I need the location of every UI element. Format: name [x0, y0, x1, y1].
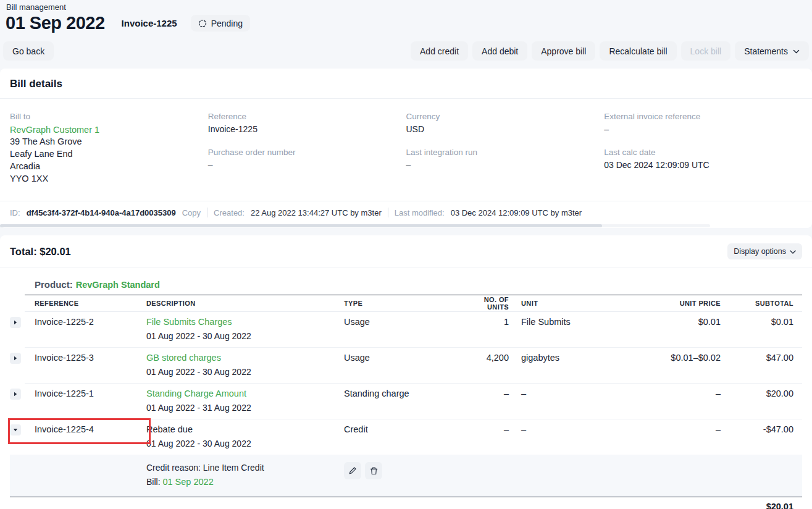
line-item-subtotal: $0.01	[721, 317, 802, 341]
copy-id-button[interactable]: Copy	[182, 208, 201, 217]
credit-actions	[344, 462, 382, 479]
external-ref-field: External invoice reference –	[604, 112, 802, 134]
table-row: Invoice-1225-1 Standing Charge Amount 01…	[25, 384, 802, 419]
status-badge: Pending	[191, 15, 250, 32]
display-options-button[interactable]: Display options	[727, 243, 802, 259]
bill-to-field: Bill to RevGraph Customer 1 39 The Ash G…	[10, 112, 208, 185]
chevron-down-icon	[793, 49, 800, 54]
last-calc-date-value: 03 Dec 2024 12:09:09 UTC	[604, 160, 802, 170]
table-row: Invoice-1225-3 GB stored charges 01 Aug …	[25, 348, 802, 384]
add-credit-button[interactable]: Add credit	[411, 41, 468, 61]
product-label: Product:	[35, 279, 73, 290]
bill-details-card: Bill details Bill to RevGraph Customer 1…	[0, 69, 812, 228]
line-item-reference: Invoice-1225-3	[25, 353, 146, 377]
customer-link[interactable]: RevGraph Customer 1	[10, 125, 99, 135]
currency-value: USD	[406, 124, 605, 134]
credit-reason-value: Line Item Credit	[203, 463, 264, 473]
bill-label: Bill:	[146, 477, 161, 487]
statements-button[interactable]: Statements	[735, 41, 809, 61]
line-item-description-link[interactable]: Standing Charge Amount	[146, 389, 344, 398]
delete-credit-button[interactable]	[365, 462, 382, 479]
reference-value: Invoice-1225	[208, 124, 406, 134]
line-item-reference: Invoice-1225-4	[25, 424, 146, 448]
line-item-reference: Invoice-1225-1	[25, 389, 146, 413]
bill-details-fields: Bill to RevGraph Customer 1 39 The Ash G…	[0, 99, 812, 201]
purchase-order-field: Purchase order number –	[208, 148, 406, 170]
bill-details-title: Bill details	[0, 69, 812, 99]
line-item-unit-price: $0.01–$0.02	[624, 353, 721, 377]
expand-row-button[interactable]	[10, 317, 21, 328]
product-link[interactable]: RevGraph Standard	[76, 280, 160, 290]
line-item-unit-price: $0.01	[624, 317, 721, 341]
column-header-unit: Unit	[509, 300, 624, 307]
line-item-unit-price: –	[624, 389, 721, 413]
line-item-subtotal: -$47.00	[721, 424, 802, 448]
address-line: YYO 1XX	[10, 172, 208, 185]
last-integration-value: –	[406, 160, 605, 170]
line-item-type: Usage	[344, 317, 467, 341]
line-item-description: Rebate due	[146, 424, 193, 434]
expand-row-button[interactable]	[10, 353, 21, 364]
external-ref-label: External invoice reference	[604, 112, 802, 121]
external-ref-value: –	[604, 124, 802, 134]
line-item-period: 01 Aug 2022 - 30 Aug 2022	[146, 439, 344, 448]
column-header-type: Type	[344, 300, 467, 307]
scrollbar-thumb[interactable]	[0, 224, 602, 227]
reference-label: Reference	[208, 112, 406, 121]
expand-row-button[interactable]	[10, 389, 21, 400]
line-item-period: 01 Aug 2022 - 30 Aug 2022	[146, 367, 344, 377]
line-item-reference: Invoice-1225-2	[25, 317, 146, 341]
divider	[388, 208, 388, 217]
record-meta-row: ID: df45c3f4-372f-4b14-940a-4a17d0035309…	[0, 201, 812, 224]
display-options-label: Display options	[734, 247, 786, 256]
line-item-unit: –	[509, 424, 624, 448]
modified-value: 03 Dec 2024 12:09:09 UTC by m3ter	[451, 208, 582, 217]
table-header-row: Reference Description Type No. of units …	[25, 295, 802, 312]
line-item-units: –	[467, 424, 509, 448]
caret-right-icon	[13, 320, 18, 325]
bill-date-link[interactable]: 01 Sep 2022	[162, 477, 213, 487]
statements-label: Statements	[744, 46, 788, 56]
add-debit-button[interactable]: Add debit	[472, 41, 527, 61]
column-header-unit-price: Unit price	[624, 300, 721, 307]
last-calc-date-field: Last calc date 03 Dec 2024 12:09:09 UTC	[604, 148, 802, 170]
page-title: 01 Sep 2022	[6, 13, 105, 33]
last-integration-field: Last integration run –	[406, 148, 605, 170]
invoice-reference: Invoice-1225	[122, 18, 177, 28]
lock-bill-button[interactable]: Lock bill	[681, 41, 731, 61]
edit-credit-button[interactable]	[344, 462, 361, 479]
breadcrumb[interactable]: Bill management	[3, 2, 809, 12]
product-header: Product:RevGraph Standard	[35, 279, 802, 290]
created-value: 22 Aug 2022 13:44:27 UTC by m3ter	[251, 208, 382, 217]
line-item-period: 01 Aug 2022 - 31 Aug 2022	[146, 403, 344, 413]
id-label: ID:	[10, 208, 20, 217]
line-items-card: Total: $20.01 Display options Product:Re…	[0, 235, 812, 509]
credit-bill-line: Bill: 01 Sep 2022	[146, 475, 802, 489]
chevron-down-icon	[790, 250, 796, 254]
pencil-icon	[348, 466, 357, 475]
line-item-description-link[interactable]: File Submits Charges	[146, 317, 344, 327]
expanded-credit-detail: Credit reason: Line Item Credit Bill: 01…	[10, 455, 802, 497]
modified-label: Last modified:	[395, 208, 445, 217]
go-back-button[interactable]: Go back	[3, 41, 54, 61]
last-integration-label: Last integration run	[406, 148, 605, 157]
title-row: 01 Sep 2022 Invoice-1225 Pending	[3, 13, 809, 33]
approve-bill-button[interactable]: Approve bill	[532, 41, 595, 61]
address-line: 39 The Ash Grove	[10, 135, 208, 148]
line-item-units: –	[467, 389, 509, 413]
line-item-type: Usage	[344, 353, 467, 377]
line-item-unit-price: –	[624, 424, 721, 448]
credit-reason-line: Credit reason: Line Item Credit	[146, 461, 802, 475]
divider	[207, 208, 207, 217]
table-row-highlighted: Invoice-1225-4 Rebate due 01 Aug 2022 - …	[25, 419, 802, 455]
last-calc-date-label: Last calc date	[604, 148, 802, 157]
column-header-description: Description	[146, 300, 344, 307]
toolbar-actions: Add credit Add debit Approve bill Recalc…	[411, 41, 809, 61]
line-item-units: 1	[467, 317, 509, 341]
line-item-description-link[interactable]: GB stored charges	[146, 353, 344, 363]
external-ref-column: External invoice reference – Last calc d…	[604, 112, 802, 185]
bill-total: Total: $20.01	[10, 246, 71, 258]
product-subtotal: $20.01	[766, 502, 793, 509]
collapse-row-button[interactable]	[10, 424, 21, 435]
recalculate-bill-button[interactable]: Recalculate bill	[600, 41, 676, 61]
